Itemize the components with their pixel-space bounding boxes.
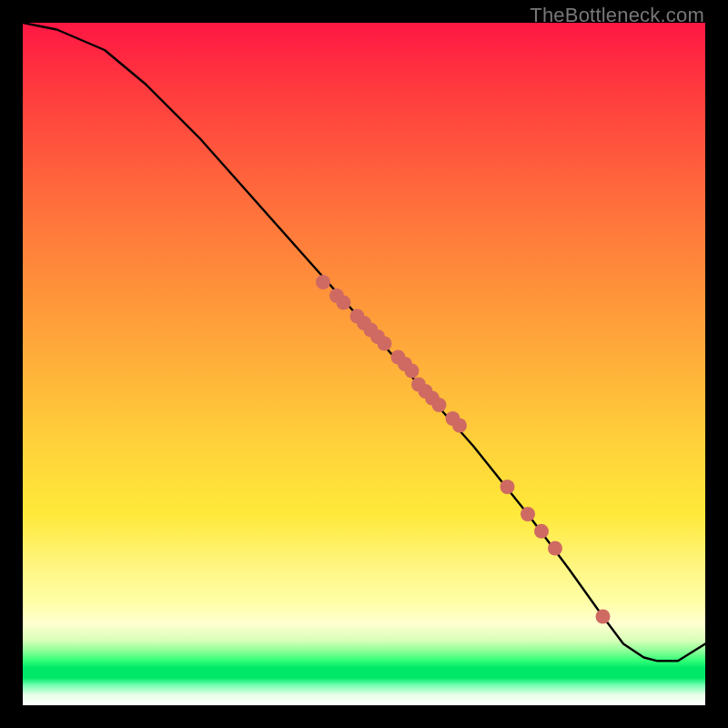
data-marker: [534, 524, 549, 539]
data-marker: [378, 337, 392, 351]
data-marker: [596, 610, 611, 624]
data-marker: [548, 541, 562, 556]
chart-frame: TheBottleneck.com: [0, 0, 728, 728]
data-marker: [521, 507, 535, 521]
data-marker: [500, 480, 515, 494]
plot-area: [23, 23, 705, 705]
data-marker: [405, 364, 420, 379]
curve-layer: [23, 23, 705, 705]
data-marker: [432, 398, 447, 412]
watermark-text: TheBottleneck.com: [530, 4, 704, 27]
data-marker: [452, 419, 467, 433]
data-marker: [337, 296, 351, 310]
data-marker: [316, 275, 330, 289]
marker-group: [316, 275, 611, 624]
bottleneck-curve: [23, 23, 705, 661]
